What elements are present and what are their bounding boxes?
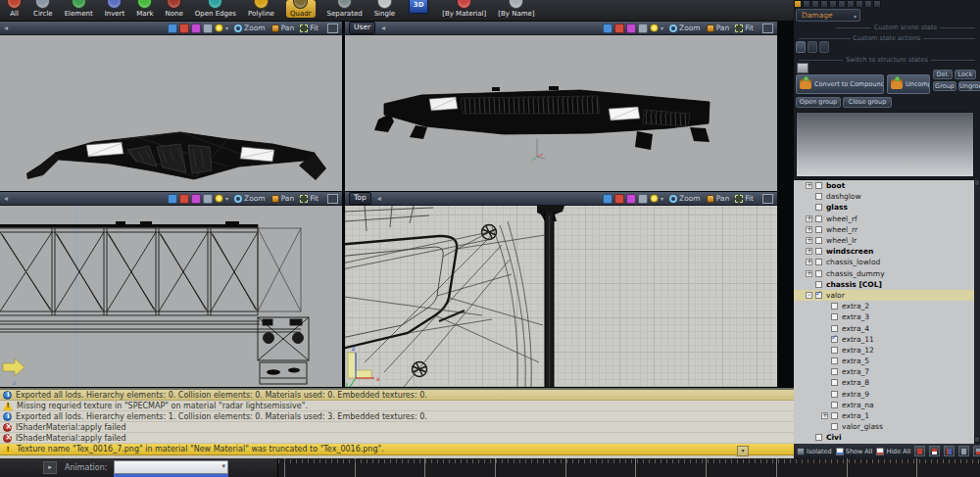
- grid-toggle-icon[interactable]: [203, 24, 213, 33]
- tree-checkbox[interactable]: [815, 204, 822, 211]
- pencil-pink-icon[interactable]: [626, 24, 636, 33]
- filter-gray-icon[interactable]: [958, 446, 969, 456]
- tree-expander-icon[interactable]: [806, 259, 812, 265]
- filter-gray-red-icon[interactable]: [973, 446, 980, 456]
- tree-checkbox[interactable]: [831, 325, 838, 332]
- group-button[interactable]: Group: [933, 81, 956, 91]
- lock-button[interactable]: Lock: [955, 70, 976, 79]
- toolbar-button[interactable]: [By Material]: [442, 0, 486, 18]
- viewport-canvas-3d-user[interactable]: [345, 35, 777, 191]
- pencil-blue-icon[interactable]: [603, 194, 612, 204]
- tree-expander-icon[interactable]: [806, 215, 812, 222]
- hide-all-button[interactable]: Hide All: [876, 448, 910, 455]
- lod-tab[interactable]: [811, 0, 819, 7]
- tree-item[interactable]: extra_9: [794, 389, 974, 400]
- tree-scrollbar[interactable]: [974, 179, 980, 443]
- grid-toggle-icon[interactable]: [638, 24, 648, 33]
- tree-checkbox[interactable]: [831, 402, 838, 408]
- pencil-pink-icon[interactable]: [626, 194, 636, 204]
- tree-item[interactable]: extra_11: [794, 334, 974, 345]
- tree-checkbox[interactable]: [831, 412, 838, 419]
- tree-checkbox[interactable]: [831, 423, 838, 430]
- scroll-left-icon[interactable]: ◂: [4, 194, 8, 203]
- tree-checkbox[interactable]: [815, 182, 822, 189]
- maximize-viewport-icon[interactable]: [327, 194, 338, 204]
- tree-expander-icon[interactable]: [806, 248, 812, 255]
- tree-checkbox[interactable]: [831, 379, 838, 386]
- lod-tab[interactable]: [856, 0, 863, 7]
- tree-expander-icon[interactable]: [806, 270, 812, 277]
- toolbar-button[interactable]: Open Edges: [195, 0, 236, 18]
- tree-item[interactable]: chassis_dummy: [794, 268, 974, 279]
- scroll-left-icon[interactable]: ◂: [4, 24, 8, 32]
- tree-item[interactable]: extra_1: [794, 410, 974, 421]
- toolbar-button[interactable]: None: [166, 0, 183, 18]
- fit-button[interactable]: Fit: [300, 194, 318, 203]
- tree-item[interactable]: valor_glass: [794, 421, 974, 432]
- tree-item[interactable]: extra_2: [794, 301, 974, 311]
- lod-tab[interactable]: [820, 0, 828, 7]
- state-button[interactable]: [796, 41, 806, 53]
- scroll-left-icon[interactable]: ◂: [381, 24, 385, 32]
- toolbar-button[interactable]: Circle: [33, 0, 53, 18]
- lod-3d-icon[interactable]: 3D: [409, 0, 428, 14]
- maximize-viewport-icon[interactable]: [327, 24, 338, 33]
- damage-dropdown[interactable]: Damage: [796, 9, 860, 22]
- pencil-blue-icon[interactable]: [168, 194, 177, 204]
- viewport-canvas-wireframe-top[interactable]: z x y: [345, 206, 777, 387]
- grid-toggle-icon[interactable]: [203, 194, 213, 204]
- chevron-down-icon[interactable]: ▾: [661, 24, 663, 31]
- toolbar-button[interactable]: Separated: [327, 0, 363, 18]
- toolbar-button[interactable]: Mark: [136, 0, 153, 18]
- zoom-button[interactable]: Zoom: [669, 194, 701, 203]
- tree-checkbox[interactable]: [815, 281, 822, 288]
- filter-red-white-icon[interactable]: [929, 446, 940, 456]
- zoom-button[interactable]: Zoom: [234, 24, 266, 32]
- viewport-name-tab[interactable]: User: [349, 22, 375, 34]
- tree-item[interactable]: Civi: [794, 432, 974, 443]
- pan-button[interactable]: Pan: [271, 24, 295, 32]
- tree-checkbox[interactable]: [815, 193, 822, 200]
- maximize-viewport-icon[interactable]: [762, 24, 773, 33]
- tree-checkbox[interactable]: [831, 358, 838, 364]
- lod-tab[interactable]: [838, 0, 846, 7]
- tree-expander-icon[interactable]: [806, 292, 812, 299]
- tree-item[interactable]: extra_na: [794, 400, 974, 410]
- tree-item[interactable]: valor: [794, 290, 974, 301]
- lod-tab[interactable]: [864, 0, 872, 7]
- lightbulb-icon[interactable]: [215, 24, 223, 32]
- pencil-blue-icon[interactable]: [168, 24, 177, 33]
- toolbar-button[interactable]: Element: [65, 0, 93, 18]
- toolbar-button[interactable]: Single: [374, 0, 396, 18]
- tree-item[interactable]: chassis [COL]: [794, 279, 974, 290]
- tree-checkbox[interactable]: [831, 313, 838, 320]
- show-all-button[interactable]: Show All: [836, 448, 873, 455]
- viewport-canvas-3d-shaded[interactable]: [0, 35, 342, 191]
- tree-checkbox[interactable]: [815, 292, 822, 299]
- viewport-canvas-wireframe-side[interactable]: z: [0, 206, 342, 387]
- pencil-blue-icon[interactable]: [603, 24, 612, 33]
- log-message[interactable]: Exported all lods. Hierarchy elements: 0…: [0, 390, 794, 401]
- tree-item[interactable]: boot: [794, 180, 974, 191]
- state-button[interactable]: [808, 41, 817, 53]
- lightbulb-icon[interactable]: [650, 24, 659, 32]
- tree-item[interactable]: extra_4: [794, 322, 974, 333]
- tree-item[interactable]: extra_3: [794, 311, 974, 322]
- grid-toggle-icon[interactable]: [638, 194, 648, 204]
- zoom-button[interactable]: Zoom: [234, 194, 266, 203]
- tree-item[interactable]: extra_8: [794, 377, 974, 388]
- pencil-red-icon[interactable]: [179, 24, 189, 33]
- pencil-red-icon[interactable]: [614, 194, 624, 204]
- fit-button[interactable]: Fit: [300, 24, 318, 32]
- lightbulb-icon[interactable]: [215, 194, 223, 203]
- tree-item[interactable]: chassis_lowlod: [794, 257, 974, 267]
- toolbar-button[interactable]: All: [7, 0, 22, 18]
- toolbar-button[interactable]: Polyline: [248, 0, 274, 18]
- filter-red-icon[interactable]: [914, 446, 925, 456]
- tree-checkbox[interactable]: [815, 270, 822, 277]
- lod-tab[interactable]: [794, 0, 802, 7]
- toolbar-button[interactable]: Quadr: [286, 0, 316, 18]
- tree-item[interactable]: wheel_lr: [794, 235, 974, 246]
- tree-item[interactable]: glass: [794, 202, 974, 213]
- lod-tab[interactable]: [873, 0, 881, 7]
